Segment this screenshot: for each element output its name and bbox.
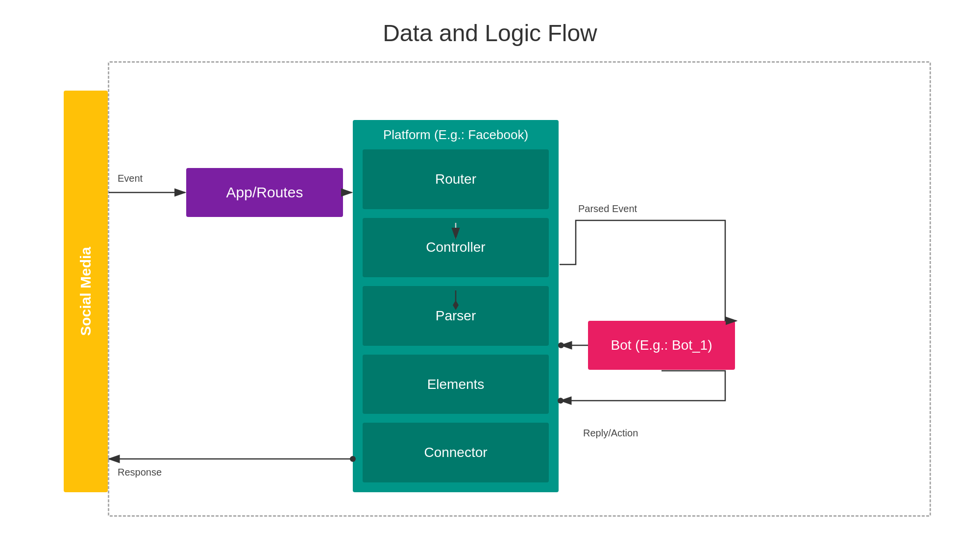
response-label: Response bbox=[118, 467, 162, 478]
social-media-label: Social Media bbox=[77, 247, 94, 336]
bot-label: Bot (E.g.: Bot_1) bbox=[611, 337, 712, 353]
bot-box: Bot (E.g.: Bot_1) bbox=[588, 321, 735, 370]
parser-box: Parser bbox=[363, 286, 549, 346]
event-label: Event bbox=[118, 173, 143, 184]
social-media-bar: Social Media bbox=[64, 91, 108, 492]
controller-box: Controller bbox=[363, 218, 549, 278]
app-routes-box: App/Routes bbox=[186, 168, 343, 217]
router-box: Router bbox=[363, 149, 549, 209]
reply-action-label: Reply/Action bbox=[583, 428, 638, 439]
platform-title: Platform (E.g.: Facebook) bbox=[353, 127, 559, 143]
diagram-container: Social Media App/Routes Platform (E.g.: … bbox=[49, 61, 931, 531]
platform-container: Platform (E.g.: Facebook) Router Control… bbox=[353, 120, 559, 492]
parsed-event-label: Parsed Event bbox=[578, 203, 637, 215]
connector-box: Connector bbox=[363, 423, 549, 482]
elements-box: Elements bbox=[363, 355, 549, 414]
app-routes-label: App/Routes bbox=[226, 184, 303, 201]
page-title: Data and Logic Flow bbox=[383, 20, 597, 47]
